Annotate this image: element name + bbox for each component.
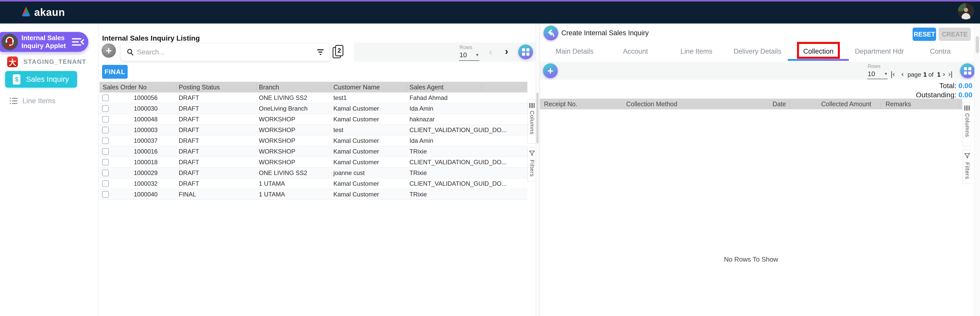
table-row[interactable]: 1000029DRAFTONE LIVING SS2joanne custTRi… [100, 168, 527, 178]
rows-underline [459, 60, 479, 61]
col-sales-agent: Sales Agent [409, 82, 444, 93]
back-button[interactable] [544, 26, 558, 40]
table-row[interactable]: 1000016DRAFTWORKSHOPKamal CustomerTRixie [100, 146, 527, 157]
col-customer-name: Customer Name [333, 82, 380, 93]
table-row[interactable]: 1000030DRAFTOneLiving BranchKamal Custom… [100, 103, 527, 114]
row-checkbox[interactable] [102, 148, 109, 155]
filters-side-tab[interactable]: Filters [527, 147, 536, 181]
sales-inquiry-label: Sales Inquiry [26, 75, 69, 83]
row-checkbox[interactable] [102, 180, 109, 187]
detail-filters-side-tab[interactable]: Filters [963, 150, 971, 184]
cell-posting-status: DRAFT [179, 93, 199, 103]
listing-table: Sales Order No Posting Status Branch Cus… [100, 82, 527, 200]
total-value: 0.00 [959, 82, 973, 90]
page-count-icon[interactable]: 2 [332, 45, 344, 59]
tenant-icon: 大 [7, 56, 18, 67]
page-current: 1 [923, 71, 927, 78]
detail-rows-per-page-select[interactable]: 10 [868, 70, 875, 78]
akaun-triangle-icon [21, 6, 32, 18]
col-sales-order-no: Sales Order No [103, 82, 146, 93]
add-collection-button[interactable]: + [543, 63, 558, 78]
row-checkbox[interactable] [102, 137, 109, 144]
reset-button[interactable]: RESET [913, 27, 936, 41]
tab-delivery-details[interactable]: Delivery Details [727, 43, 788, 61]
total-line: Total:0.00 [939, 82, 972, 90]
user-avatar[interactable] [958, 3, 974, 19]
last-page-icon[interactable]: ›| [948, 70, 953, 78]
cell-branch: WORKSHOP [259, 124, 295, 136]
rows-per-page-select[interactable]: 10 [460, 51, 467, 59]
row-checkbox[interactable] [102, 170, 109, 176]
cell-customer-name: test1 [333, 93, 347, 103]
add-record-button[interactable]: + [102, 43, 116, 58]
tab-account[interactable]: Account [605, 43, 666, 61]
cell-customer-name: Kamal Customer [333, 178, 379, 189]
cell-customer-name: Kamal Customer [333, 136, 379, 146]
filter-sort-icon[interactable] [317, 49, 324, 56]
cell-posting-status: DRAFT [179, 157, 199, 168]
cell-customer-name: Kamal Customer [333, 103, 379, 114]
sidebar-item-tenant[interactable]: 大 STAGING_TENANT [0, 56, 99, 67]
app-root: akaun Internal Sales Inquiry Applet [0, 0, 980, 316]
create-title: Create Internal Sales Inquiry [562, 29, 649, 37]
table-row[interactable]: 1000032DRAFT1 UTAMAKamal CustomerCLIENT_… [100, 178, 527, 189]
row-checkbox[interactable] [102, 159, 109, 166]
tab-line-items[interactable]: Line Items [666, 43, 727, 61]
search-input[interactable] [137, 45, 301, 59]
cell-branch: WORKSHOP [259, 136, 295, 146]
cell-sales-agent: Ida Amin [409, 103, 433, 114]
sidebar-item-sales-inquiry[interactable]: $ Sales Inquiry [5, 71, 77, 88]
table-row[interactable]: 1000003DRAFTWORKSHOPtestCLIENT_VALIDATIO… [100, 124, 527, 136]
brand-logo[interactable]: akaun [21, 5, 65, 20]
sidebar-item-line-items[interactable]: Line Items [0, 97, 99, 105]
grid-view-button[interactable] [518, 45, 533, 59]
cell-order-no: 1000032 [134, 178, 158, 189]
listing-table-header: Sales Order No Posting Status Branch Cus… [100, 82, 527, 93]
cell-order-no: 1000037 [134, 136, 158, 146]
listing-scrollbar[interactable] [536, 24, 539, 316]
tab-department-hdr[interactable]: Department Hdr [849, 43, 910, 61]
detail-columns-side-tab[interactable]: Columns [963, 102, 971, 146]
create-button[interactable]: CREATE [939, 27, 971, 41]
of-word: of [928, 71, 934, 78]
cell-sales-agent: haknazar [409, 114, 435, 124]
tab-collection[interactable]: Collection [788, 43, 849, 61]
detail-grid-view-button[interactable] [960, 63, 975, 78]
prev-page-icon[interactable]: ‹ [901, 70, 904, 78]
tab-main-details[interactable]: Main Details [544, 43, 605, 61]
cell-posting-status: DRAFT [179, 103, 199, 114]
next-page-icon[interactable]: › [943, 70, 945, 78]
row-checkbox[interactable] [102, 116, 109, 123]
columns-icon [529, 103, 535, 108]
total-label: Total: [939, 82, 956, 90]
next-page-icon[interactable]: › [505, 46, 508, 56]
table-row[interactable]: 1000040FINAL1 UTAMAKamal CustomerTRixie [100, 189, 527, 200]
applet-header[interactable]: Internal Sales Inquiry Applet [0, 32, 88, 52]
table-row[interactable]: 1000056DRAFTONE LIVING SS2test1Fahad Ahm… [100, 93, 527, 103]
detail-scrollbar[interactable] [974, 24, 980, 316]
tab-contra[interactable]: Contra [910, 43, 971, 61]
table-row[interactable]: 1000037DRAFTWORKSHOPKamal CustomerIda Am… [100, 136, 527, 146]
sales-document-icon: $ [13, 74, 21, 85]
row-checkbox[interactable] [102, 105, 109, 112]
sidebar-collapse-icon[interactable] [72, 38, 84, 46]
columns-side-tab[interactable]: Columns [527, 100, 536, 144]
row-checkbox[interactable] [102, 191, 109, 198]
grid-icon [522, 48, 530, 56]
cell-posting-status: DRAFT [179, 114, 199, 124]
first-page-icon[interactable]: |‹ [891, 70, 895, 78]
cell-branch: WORKSHOP [259, 146, 295, 157]
detail-rows-caret-icon[interactable]: ▼ [884, 72, 888, 76]
brand-name: akaun [34, 6, 65, 18]
prev-page-icon[interactable]: ‹ [489, 47, 492, 57]
table-row[interactable]: 1000018DRAFTWORKSHOPKamal CustomerCLIENT… [100, 157, 527, 168]
final-filter-button[interactable]: FINAL [102, 65, 128, 79]
table-row[interactable]: 1000048DRAFTWORKSHOPKamal Customerhaknaz… [100, 114, 527, 124]
cell-branch: WORKSHOP [259, 157, 295, 168]
listing-title: Internal Sales Inquiry Listing [102, 34, 200, 42]
rows-dropdown-caret-icon[interactable]: ▼ [475, 53, 479, 57]
row-checkbox[interactable] [102, 94, 109, 101]
row-checkbox[interactable] [102, 127, 109, 133]
cell-customer-name: Kamal Customer [333, 157, 379, 168]
create-panel: Create Internal Sales Inquiry RESET CREA… [540, 24, 980, 316]
